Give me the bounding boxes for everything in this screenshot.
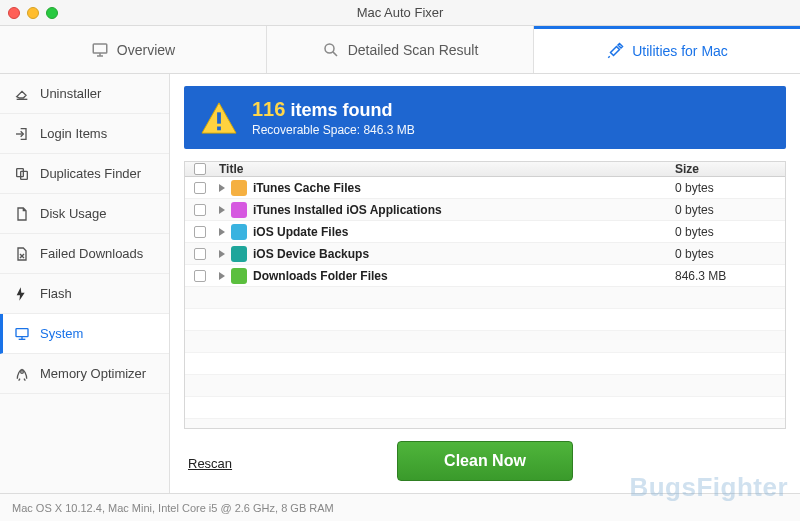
summary-sub: Recoverable Space: 846.3 MB <box>252 123 415 137</box>
row-checkbox[interactable] <box>194 226 206 238</box>
table-row[interactable]: iTunes Cache Files0 bytes <box>185 177 785 199</box>
rocket-icon <box>14 366 30 382</box>
tab-overview-label: Overview <box>117 42 175 58</box>
table-row[interactable]: iOS Device Backups0 bytes <box>185 243 785 265</box>
sidebar-item-label: System <box>40 326 83 341</box>
tab-utilities-label: Utilities for Mac <box>632 43 728 59</box>
sidebar-item-label: Duplicates Finder <box>40 166 141 181</box>
svg-rect-10 <box>16 328 28 336</box>
document-icon <box>14 206 30 222</box>
svg-rect-15 <box>217 126 221 130</box>
category-icon <box>231 268 247 284</box>
category-icon <box>231 246 247 262</box>
main: Uninstaller Login Items Duplicates Finde… <box>0 74 800 493</box>
svg-rect-0 <box>93 44 107 53</box>
svg-point-13 <box>21 370 24 373</box>
monitor-icon <box>91 41 109 59</box>
table-row-empty <box>185 309 785 331</box>
sidebar-item-login-items[interactable]: Login Items <box>0 114 169 154</box>
sidebar-item-flash[interactable]: Flash <box>0 274 169 314</box>
disclosure-triangle-icon[interactable] <box>219 184 225 192</box>
tab-overview[interactable]: Overview <box>0 26 267 73</box>
row-checkbox[interactable] <box>194 270 206 282</box>
table-row-empty <box>185 375 785 397</box>
select-all-checkbox[interactable] <box>194 163 206 175</box>
svg-rect-14 <box>217 112 221 123</box>
table-row-empty <box>185 331 785 353</box>
tab-detailed-label: Detailed Scan Result <box>348 42 479 58</box>
column-size-header[interactable]: Size <box>675 162 785 176</box>
tab-utilities[interactable]: Utilities for Mac <box>534 26 800 73</box>
row-size: 0 bytes <box>675 203 785 217</box>
sidebar-item-memory-optimizer[interactable]: Memory Optimizer <box>0 354 169 394</box>
row-title: iOS Device Backups <box>253 247 369 261</box>
statusbar: Mac OS X 10.12.4, Mac Mini, Intel Core i… <box>0 493 800 521</box>
category-icon <box>231 202 247 218</box>
row-size: 0 bytes <box>675 247 785 261</box>
window-title: Mac Auto Fixer <box>0 5 800 20</box>
status-text: Mac OS X 10.12.4, Mac Mini, Intel Core i… <box>12 502 334 514</box>
sidebar-item-label: Memory Optimizer <box>40 366 146 381</box>
search-icon <box>322 41 340 59</box>
table-row-empty <box>185 287 785 309</box>
column-title-header[interactable]: Title <box>215 162 675 176</box>
sidebar-item-label: Login Items <box>40 126 107 141</box>
sidebar-item-label: Uninstaller <box>40 86 101 101</box>
actions-bar: Rescan Clean Now <box>184 429 786 485</box>
row-title: iTunes Installed iOS Applications <box>253 203 442 217</box>
eraser-icon <box>14 86 30 102</box>
sidebar-item-label: Failed Downloads <box>40 246 143 261</box>
row-size: 0 bytes <box>675 225 785 239</box>
titlebar: Mac Auto Fixer <box>0 0 800 26</box>
sidebar-item-label: Flash <box>40 286 72 301</box>
table-row[interactable]: iOS Update Files0 bytes <box>185 221 785 243</box>
row-size: 0 bytes <box>675 181 785 195</box>
disclosure-triangle-icon[interactable] <box>219 206 225 214</box>
duplicates-icon <box>14 166 30 182</box>
category-icon <box>231 180 247 196</box>
system-icon <box>14 326 30 342</box>
svg-line-4 <box>333 51 337 55</box>
sidebar-item-duplicates[interactable]: Duplicates Finder <box>0 154 169 194</box>
table-row[interactable]: iTunes Installed iOS Applications0 bytes <box>185 199 785 221</box>
disclosure-triangle-icon[interactable] <box>219 250 225 258</box>
summary-sub-prefix: Recoverable Space: <box>252 123 363 137</box>
row-checkbox[interactable] <box>194 182 206 194</box>
warning-icon <box>200 101 238 135</box>
sidebar-item-label: Disk Usage <box>40 206 106 221</box>
top-tabs: Overview Detailed Scan Result Utilities … <box>0 26 800 74</box>
summary-count: 116 <box>252 98 285 120</box>
summary-count-suffix: items found <box>290 100 392 120</box>
login-icon <box>14 126 30 142</box>
table-row-empty <box>185 397 785 419</box>
table-row-empty <box>185 353 785 375</box>
row-checkbox[interactable] <box>194 248 206 260</box>
summary-text: 116 items found Recoverable Space: 846.3… <box>252 98 415 137</box>
sidebar-item-uninstaller[interactable]: Uninstaller <box>0 74 169 114</box>
sidebar-item-failed-downloads[interactable]: Failed Downloads <box>0 234 169 274</box>
row-checkbox[interactable] <box>194 204 206 216</box>
content-area: 116 items found Recoverable Space: 846.3… <box>170 74 800 493</box>
failed-download-icon <box>14 246 30 262</box>
sidebar-item-system[interactable]: System <box>0 314 169 354</box>
flash-icon <box>14 286 30 302</box>
table-header: Title Size <box>185 162 785 177</box>
summary-sub-value: 846.3 MB <box>363 123 414 137</box>
sidebar-item-disk-usage[interactable]: Disk Usage <box>0 194 169 234</box>
clean-now-button[interactable]: Clean Now <box>397 441 573 481</box>
table-row[interactable]: Downloads Folder Files846.3 MB <box>185 265 785 287</box>
table-body: iTunes Cache Files0 bytesiTunes Installe… <box>185 177 785 429</box>
row-title: Downloads Folder Files <box>253 269 388 283</box>
summary-banner: 116 items found Recoverable Space: 846.3… <box>184 86 786 149</box>
tab-detailed-scan[interactable]: Detailed Scan Result <box>267 26 534 73</box>
summary-count-line: 116 items found <box>252 98 415 121</box>
rescan-link[interactable]: Rescan <box>188 456 232 471</box>
disclosure-triangle-icon[interactable] <box>219 228 225 236</box>
svg-point-3 <box>325 44 334 53</box>
row-title: iOS Update Files <box>253 225 348 239</box>
disclosure-triangle-icon[interactable] <box>219 272 225 280</box>
table-row-empty <box>185 419 785 429</box>
row-title: iTunes Cache Files <box>253 181 361 195</box>
category-icon <box>231 224 247 240</box>
row-size: 846.3 MB <box>675 269 785 283</box>
